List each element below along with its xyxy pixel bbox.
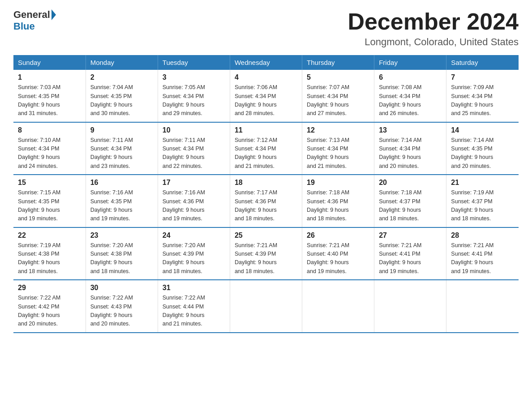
calendar-cell bbox=[230, 280, 302, 333]
day-number: 27 bbox=[379, 231, 442, 240]
day-info: Sunrise: 7:22 AMSunset: 4:43 PMDaylight:… bbox=[90, 294, 153, 329]
day-info: Sunrise: 7:19 AMSunset: 4:38 PMDaylight:… bbox=[18, 241, 81, 276]
logo-general-text: General bbox=[13, 9, 50, 21]
day-info: Sunrise: 7:17 AMSunset: 4:36 PMDaylight:… bbox=[235, 188, 297, 223]
weekday-header-friday: Friday bbox=[374, 55, 446, 70]
calendar-cell: 29Sunrise: 7:22 AMSunset: 4:42 PMDayligh… bbox=[13, 280, 86, 333]
day-info: Sunrise: 7:20 AMSunset: 4:38 PMDaylight:… bbox=[90, 241, 153, 276]
day-info: Sunrise: 7:22 AMSunset: 4:42 PMDaylight:… bbox=[18, 294, 81, 329]
day-info: Sunrise: 7:21 AMSunset: 4:39 PMDaylight:… bbox=[235, 241, 297, 276]
day-info: Sunrise: 7:21 AMSunset: 4:40 PMDaylight:… bbox=[307, 241, 369, 276]
calendar-cell: 9Sunrise: 7:11 AMSunset: 4:34 PMDaylight… bbox=[86, 122, 158, 175]
calendar-cell: 6Sunrise: 7:08 AMSunset: 4:34 PMDaylight… bbox=[374, 70, 446, 122]
day-info: Sunrise: 7:13 AMSunset: 4:34 PMDaylight:… bbox=[307, 136, 369, 171]
day-number: 24 bbox=[163, 231, 225, 240]
calendar-cell: 3Sunrise: 7:05 AMSunset: 4:34 PMDaylight… bbox=[158, 70, 230, 122]
calendar-week-row: 1Sunrise: 7:03 AMSunset: 4:35 PMDaylight… bbox=[13, 70, 519, 122]
location-title: Longmont, Colorado, United States bbox=[348, 36, 519, 48]
day-info: Sunrise: 7:07 AMSunset: 4:34 PMDaylight:… bbox=[307, 83, 369, 118]
day-number: 21 bbox=[451, 179, 514, 187]
calendar-week-row: 15Sunrise: 7:15 AMSunset: 4:35 PMDayligh… bbox=[13, 175, 519, 227]
day-info: Sunrise: 7:21 AMSunset: 4:41 PMDaylight:… bbox=[379, 241, 442, 276]
calendar-header: SundayMondayTuesdayWednesdayThursdayFrid… bbox=[13, 55, 519, 70]
day-number: 28 bbox=[451, 231, 514, 240]
day-number: 19 bbox=[307, 179, 369, 187]
calendar-cell: 2Sunrise: 7:04 AMSunset: 4:35 PMDaylight… bbox=[86, 70, 158, 122]
day-number: 12 bbox=[307, 126, 369, 134]
calendar-week-row: 8Sunrise: 7:10 AMSunset: 4:34 PMDaylight… bbox=[13, 122, 519, 175]
day-info: Sunrise: 7:11 AMSunset: 4:34 PMDaylight:… bbox=[90, 136, 153, 171]
day-number: 4 bbox=[235, 73, 297, 81]
logo-blue-text: Blue bbox=[13, 21, 35, 32]
calendar-cell: 12Sunrise: 7:13 AMSunset: 4:34 PMDayligh… bbox=[302, 122, 374, 175]
day-number: 20 bbox=[379, 179, 442, 187]
calendar-week-row: 22Sunrise: 7:19 AMSunset: 4:38 PMDayligh… bbox=[13, 227, 519, 280]
calendar-cell bbox=[446, 280, 519, 333]
calendar-table: SundayMondayTuesdayWednesdayThursdayFrid… bbox=[13, 55, 519, 333]
calendar-cell bbox=[374, 280, 446, 333]
weekday-header-wednesday: Wednesday bbox=[230, 55, 302, 70]
day-info: Sunrise: 7:09 AMSunset: 4:34 PMDaylight:… bbox=[451, 83, 514, 118]
weekday-header-thursday: Thursday bbox=[302, 55, 374, 70]
calendar-week-row: 29Sunrise: 7:22 AMSunset: 4:42 PMDayligh… bbox=[13, 280, 519, 333]
day-number: 3 bbox=[163, 73, 225, 81]
day-number: 9 bbox=[90, 126, 153, 134]
calendar-cell: 21Sunrise: 7:19 AMSunset: 4:37 PMDayligh… bbox=[446, 175, 519, 227]
day-number: 26 bbox=[307, 231, 369, 240]
day-number: 11 bbox=[235, 126, 297, 134]
day-number: 18 bbox=[235, 179, 297, 187]
weekday-header-saturday: Saturday bbox=[446, 55, 519, 70]
calendar-cell: 5Sunrise: 7:07 AMSunset: 4:34 PMDaylight… bbox=[302, 70, 374, 122]
day-number: 6 bbox=[379, 73, 442, 81]
calendar-cell: 23Sunrise: 7:20 AMSunset: 4:38 PMDayligh… bbox=[86, 227, 158, 280]
calendar-cell bbox=[302, 280, 374, 333]
day-info: Sunrise: 7:03 AMSunset: 4:35 PMDaylight:… bbox=[18, 83, 81, 118]
day-info: Sunrise: 7:22 AMSunset: 4:44 PMDaylight:… bbox=[163, 294, 225, 329]
calendar-cell: 16Sunrise: 7:16 AMSunset: 4:35 PMDayligh… bbox=[86, 175, 158, 227]
day-info: Sunrise: 7:19 AMSunset: 4:37 PMDaylight:… bbox=[451, 188, 514, 223]
weekday-header-sunday: Sunday bbox=[13, 55, 86, 70]
day-number: 10 bbox=[163, 126, 225, 134]
day-number: 8 bbox=[18, 126, 81, 134]
day-info: Sunrise: 7:18 AMSunset: 4:36 PMDaylight:… bbox=[307, 188, 369, 223]
calendar-cell: 1Sunrise: 7:03 AMSunset: 4:35 PMDaylight… bbox=[13, 70, 86, 122]
day-info: Sunrise: 7:15 AMSunset: 4:35 PMDaylight:… bbox=[18, 188, 81, 223]
calendar-cell: 31Sunrise: 7:22 AMSunset: 4:44 PMDayligh… bbox=[158, 280, 230, 333]
day-info: Sunrise: 7:20 AMSunset: 4:39 PMDaylight:… bbox=[163, 241, 225, 276]
calendar-cell: 19Sunrise: 7:18 AMSunset: 4:36 PMDayligh… bbox=[302, 175, 374, 227]
day-number: 22 bbox=[18, 231, 81, 240]
day-info: Sunrise: 7:14 AMSunset: 4:35 PMDaylight:… bbox=[451, 136, 514, 171]
calendar-cell: 24Sunrise: 7:20 AMSunset: 4:39 PMDayligh… bbox=[158, 227, 230, 280]
calendar-cell: 26Sunrise: 7:21 AMSunset: 4:40 PMDayligh… bbox=[302, 227, 374, 280]
day-info: Sunrise: 7:16 AMSunset: 4:36 PMDaylight:… bbox=[163, 188, 225, 223]
day-number: 2 bbox=[90, 73, 153, 81]
day-info: Sunrise: 7:18 AMSunset: 4:37 PMDaylight:… bbox=[379, 188, 442, 223]
day-info: Sunrise: 7:06 AMSunset: 4:34 PMDaylight:… bbox=[235, 83, 297, 118]
weekday-header-monday: Monday bbox=[86, 55, 158, 70]
day-number: 30 bbox=[90, 284, 153, 292]
weekday-header-tuesday: Tuesday bbox=[158, 55, 230, 70]
calendar-cell: 4Sunrise: 7:06 AMSunset: 4:34 PMDaylight… bbox=[230, 70, 302, 122]
calendar-cell: 28Sunrise: 7:21 AMSunset: 4:41 PMDayligh… bbox=[446, 227, 519, 280]
day-info: Sunrise: 7:21 AMSunset: 4:41 PMDaylight:… bbox=[451, 241, 514, 276]
page-header: General Blue December 2024 Longmont, Col… bbox=[13, 9, 519, 48]
calendar-cell: 14Sunrise: 7:14 AMSunset: 4:35 PMDayligh… bbox=[446, 122, 519, 175]
logo-arrow-icon bbox=[51, 9, 56, 20]
calendar-cell: 8Sunrise: 7:10 AMSunset: 4:34 PMDaylight… bbox=[13, 122, 86, 175]
calendar-cell: 17Sunrise: 7:16 AMSunset: 4:36 PMDayligh… bbox=[158, 175, 230, 227]
day-number: 17 bbox=[163, 179, 225, 187]
calendar-cell: 15Sunrise: 7:15 AMSunset: 4:35 PMDayligh… bbox=[13, 175, 86, 227]
day-number: 5 bbox=[307, 73, 369, 81]
day-number: 7 bbox=[451, 73, 514, 81]
calendar-cell: 7Sunrise: 7:09 AMSunset: 4:34 PMDaylight… bbox=[446, 70, 519, 122]
month-title: December 2024 bbox=[348, 9, 519, 34]
day-info: Sunrise: 7:16 AMSunset: 4:35 PMDaylight:… bbox=[90, 188, 153, 223]
calendar-cell: 18Sunrise: 7:17 AMSunset: 4:36 PMDayligh… bbox=[230, 175, 302, 227]
day-info: Sunrise: 7:14 AMSunset: 4:34 PMDaylight:… bbox=[379, 136, 442, 171]
day-number: 31 bbox=[163, 284, 225, 292]
calendar-cell: 13Sunrise: 7:14 AMSunset: 4:34 PMDayligh… bbox=[374, 122, 446, 175]
day-number: 25 bbox=[235, 231, 297, 240]
calendar-cell: 25Sunrise: 7:21 AMSunset: 4:39 PMDayligh… bbox=[230, 227, 302, 280]
day-number: 13 bbox=[379, 126, 442, 134]
day-number: 29 bbox=[18, 284, 81, 292]
